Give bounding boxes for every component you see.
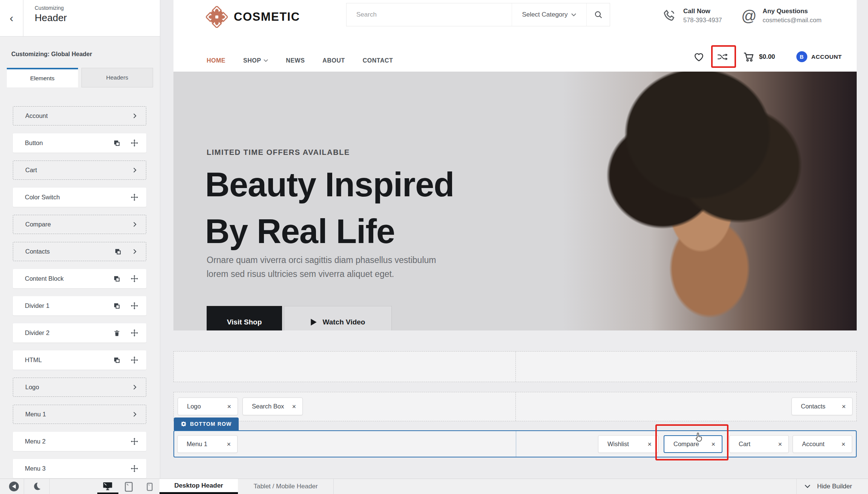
cart-icon[interactable]: [743, 52, 755, 62]
duplicate-icon[interactable]: [113, 356, 120, 364]
builder-chip-logo[interactable]: Logo ×: [178, 398, 238, 415]
nav-contact[interactable]: CONTACT: [363, 57, 393, 64]
move-icon[interactable]: [131, 275, 138, 282]
wishlist-heart-icon[interactable]: [694, 52, 704, 61]
hide-builder-label: Hide Builder: [817, 483, 852, 490]
device-tablet-icon[interactable]: [125, 482, 133, 493]
element-label: Account: [25, 112, 48, 119]
nav-news[interactable]: NEWS: [286, 57, 305, 64]
dark-mode-moon-icon[interactable]: [32, 482, 41, 492]
element-account[interactable]: Account: [13, 106, 146, 125]
device-mobile-icon[interactable]: [147, 483, 153, 492]
footer-divider: [796, 479, 797, 494]
builder-chip-search-box[interactable]: Search Box ×: [242, 398, 303, 415]
chip-label: Logo: [187, 403, 201, 410]
duplicate-icon[interactable]: [114, 248, 121, 255]
cart-total[interactable]: $0.00: [759, 53, 775, 61]
nav-shop[interactable]: SHOP: [243, 57, 268, 64]
search-icon: [594, 11, 603, 19]
header-search-group: Select Category: [346, 3, 610, 26]
duplicate-icon[interactable]: [113, 302, 120, 309]
back-button[interactable]: ‹: [0, 0, 23, 36]
email-contact[interactable]: @ Any Questions cosmetics@mail.com: [741, 8, 822, 24]
remove-chip-icon[interactable]: ×: [647, 441, 652, 448]
site-logo[interactable]: COSMETIC: [206, 6, 300, 28]
chevron-right-icon[interactable]: [132, 113, 138, 119]
remove-chip-icon[interactable]: ×: [841, 441, 845, 448]
element-menu-1[interactable]: Menu 1: [13, 405, 146, 424]
move-icon[interactable]: [131, 465, 138, 472]
element-logo[interactable]: Logo: [13, 378, 146, 397]
nav-home[interactable]: HOME: [207, 57, 225, 64]
remove-chip-icon[interactable]: ×: [711, 441, 715, 448]
element-compare[interactable]: Compare: [13, 215, 146, 234]
builder-chip-account[interactable]: Account ×: [793, 435, 852, 453]
hero-title-line1: Beauty Inspired: [205, 161, 454, 208]
sidebar-header: ‹ Customizing Header: [0, 0, 160, 37]
bottom-row-badge-label: BOTTOM ROW: [190, 421, 232, 427]
account-avatar-badge[interactable]: B: [796, 51, 807, 62]
chevron-right-icon[interactable]: [132, 167, 138, 173]
element-menu-2[interactable]: Menu 2: [13, 432, 146, 451]
tab-elements[interactable]: Elements: [7, 68, 78, 87]
element-color-switch[interactable]: Color Switch: [13, 188, 146, 207]
account-label[interactable]: ACCOUNT: [811, 54, 842, 60]
remove-chip-icon[interactable]: ×: [227, 441, 231, 448]
chip-label: Search Box: [252, 403, 284, 410]
builder-chip-cart[interactable]: Cart ×: [729, 435, 789, 453]
builder-chip-contacts[interactable]: Contacts ×: [791, 398, 853, 415]
remove-chip-icon[interactable]: ×: [292, 403, 296, 410]
element-list: Account Button Cart Color Switch Compare: [13, 106, 146, 478]
chevron-right-icon[interactable]: [132, 411, 138, 417]
element-button[interactable]: Button: [13, 133, 146, 153]
remove-chip-icon[interactable]: ×: [778, 441, 782, 448]
duplicate-icon[interactable]: [113, 275, 120, 282]
element-label: Contacts: [25, 248, 50, 255]
collapse-back-button[interactable]: [9, 482, 19, 491]
move-icon[interactable]: [131, 329, 138, 336]
builder-top-row[interactable]: [173, 351, 857, 382]
phone-contact[interactable]: Call Now 578-393-4937: [662, 8, 722, 24]
chevron-right-icon[interactable]: [132, 249, 138, 254]
search-input[interactable]: [347, 3, 512, 26]
hero-model-photo: [563, 72, 857, 330]
builder-chip-compare[interactable]: Compare ×: [664, 435, 722, 453]
visit-shop-button[interactable]: Visit Shop: [207, 306, 282, 330]
chevron-right-icon[interactable]: [132, 384, 138, 390]
device-desktop-active-bar: [97, 492, 118, 494]
compare-shuffle-icon[interactable]: [717, 52, 728, 61]
bottom-row-settings-badge[interactable]: BOTTOM ROW: [174, 418, 239, 430]
builder-main-row[interactable]: Logo × Search Box × Contacts ×: [173, 392, 857, 421]
move-icon[interactable]: [131, 194, 138, 201]
move-icon[interactable]: [131, 139, 138, 147]
builder-chip-menu-1[interactable]: Menu 1 ×: [177, 435, 238, 453]
builder-column-divider: [515, 392, 516, 421]
move-icon[interactable]: [131, 302, 138, 309]
search-submit-button[interactable]: [586, 3, 610, 26]
device-desktop-icon[interactable]: [103, 482, 113, 492]
remove-chip-icon[interactable]: ×: [227, 403, 231, 410]
element-divider-1[interactable]: Divider 1: [13, 296, 146, 315]
tab-tablet-mobile-header[interactable]: Tablet / Mobile Header: [238, 479, 333, 494]
tab-desktop-header[interactable]: Desktop Header: [159, 479, 238, 494]
builder-bottom-row[interactable]: Menu 1 × Wishlist × Compare × Cart × Acc…: [173, 430, 857, 457]
element-menu-3[interactable]: Menu 3: [13, 459, 146, 478]
builder-chip-wishlist[interactable]: Wishlist ×: [598, 435, 658, 453]
tab-headers[interactable]: Headers: [81, 68, 153, 87]
chevron-right-icon[interactable]: [132, 222, 138, 227]
move-icon[interactable]: [131, 356, 138, 364]
element-content-block[interactable]: Content Block: [13, 269, 146, 288]
category-select[interactable]: Select Category: [512, 3, 586, 26]
trash-icon[interactable]: [113, 330, 120, 336]
element-html[interactable]: HTML: [13, 350, 146, 370]
move-icon[interactable]: [131, 438, 138, 445]
element-cart[interactable]: Cart: [13, 161, 146, 180]
element-divider-2[interactable]: Divider 2: [13, 323, 146, 343]
remove-chip-icon[interactable]: ×: [842, 403, 846, 410]
watch-video-button[interactable]: Watch Video: [284, 306, 392, 330]
nav-about[interactable]: ABOUT: [322, 57, 345, 64]
chevron-down-icon: [571, 13, 576, 17]
duplicate-icon[interactable]: [113, 139, 120, 147]
element-contacts[interactable]: Contacts: [13, 242, 146, 261]
hide-builder-button[interactable]: Hide Builder: [805, 479, 852, 494]
